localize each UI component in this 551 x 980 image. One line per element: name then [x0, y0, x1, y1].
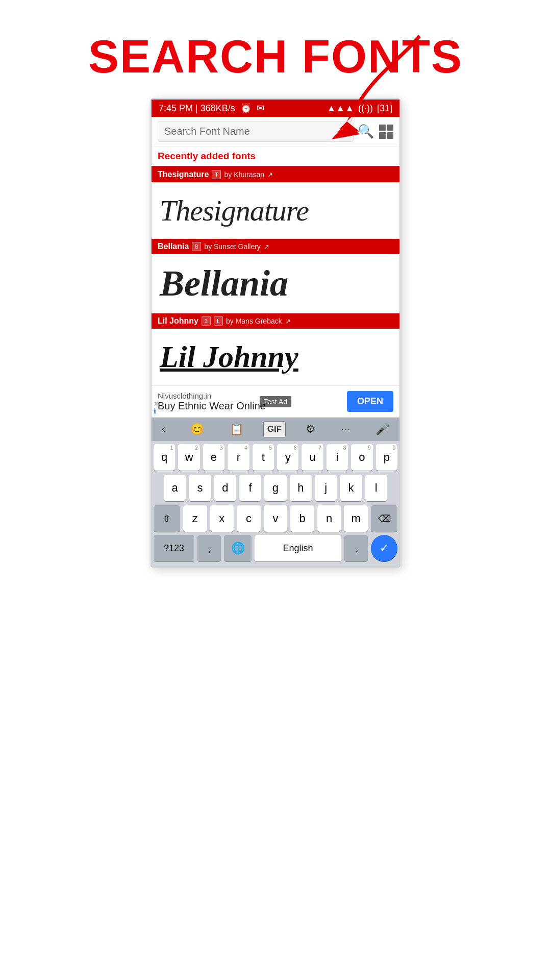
- keyboard-row-3: ⇧ z x c v b n m ⌫: [154, 505, 397, 532]
- font-item-bellania: Bellania B by Sunset Gallery ↗ Bellania: [152, 239, 399, 313]
- ad-open-button[interactable]: OPEN: [347, 391, 393, 412]
- key-q[interactable]: 1q: [154, 444, 175, 471]
- status-bar-right: ▲▲▲ ((·)) [31]: [327, 103, 393, 114]
- font-by-bellania: by Sunset Gallery: [204, 242, 261, 251]
- page-title: SEARCH FONTS: [0, 31, 551, 83]
- keyboard-rows: 1q 2w 3e 4r 5t 6y 7u 8i 9o 0p a s: [152, 441, 399, 533]
- font-label-liljohnny[interactable]: Lil Johnny 3 L by Mans Greback ↗: [152, 313, 399, 329]
- ad-test-label: Test Ad: [260, 396, 291, 407]
- ad-info-icon[interactable]: ℹ: [154, 407, 156, 415]
- keyboard-emoji-button[interactable]: 😊: [185, 421, 209, 438]
- keyboard-back-button[interactable]: ‹: [157, 421, 170, 438]
- key-b[interactable]: b: [290, 505, 314, 532]
- wifi-icon: ((·)): [358, 103, 373, 114]
- key-g[interactable]: g: [264, 475, 286, 501]
- key-u[interactable]: 7u: [302, 444, 323, 471]
- key-y[interactable]: 6y: [277, 444, 298, 471]
- font-badge-3a: 3: [202, 316, 211, 326]
- font-by-liljohnny: by Mans Greback: [226, 317, 282, 325]
- font-by-thesignature: by Khurasan: [224, 170, 264, 179]
- key-f[interactable]: f: [239, 475, 261, 501]
- font-item-thesignature: Thesignature T by Khurasan ↗ Thesignatur…: [152, 167, 399, 239]
- font-badge-3b: L: [214, 316, 223, 326]
- external-link-icon-2[interactable]: ↗: [264, 243, 269, 251]
- key-space[interactable]: English: [255, 535, 341, 561]
- font-label-bellania[interactable]: Bellania B by Sunset Gallery ↗: [152, 239, 399, 254]
- recently-added-header: Recently added fonts: [152, 146, 399, 167]
- key-e[interactable]: 3e: [203, 444, 224, 471]
- battery-icon: [31]: [377, 103, 392, 114]
- font-preview-text-thesignature: Thesignature: [160, 193, 309, 228]
- keyboard-row-1: 1q 2w 3e 4r 5t 6y 7u 8i 9o 0p: [154, 444, 397, 471]
- external-link-icon-3[interactable]: ↗: [285, 317, 291, 325]
- key-z[interactable]: z: [183, 505, 207, 532]
- font-label-thesignature[interactable]: Thesignature T by Khurasan ↗: [152, 167, 399, 182]
- key-a[interactable]: a: [164, 475, 186, 501]
- page-wrapper: SEARCH FONTS 7:45 PM | 368KB/s ⏰ ✉ ▲▲▲ (…: [0, 0, 551, 568]
- font-item-liljohnny: Lil Johnny 3 L by Mans Greback ↗ Lil Joh…: [152, 313, 399, 385]
- keyboard-mic-button[interactable]: 🎤: [370, 421, 394, 438]
- keyboard-toolbar: ‹ 😊 📋 GIF ⚙ ··· 🎤: [152, 418, 399, 441]
- font-badge-2: B: [192, 242, 201, 251]
- font-preview-text-bellania: Bellania: [160, 262, 288, 305]
- ad-text: Buy Ethnic Wear Online: [158, 400, 266, 412]
- grid-view-icon[interactable]: [379, 125, 393, 139]
- key-r[interactable]: 4r: [228, 444, 249, 471]
- key-m[interactable]: m: [344, 505, 368, 532]
- title-area: SEARCH FONTS: [0, 0, 551, 99]
- key-v[interactable]: v: [264, 505, 288, 532]
- key-i[interactable]: 8i: [327, 444, 348, 471]
- key-d[interactable]: d: [214, 475, 236, 501]
- font-badge-1: T: [212, 170, 221, 179]
- font-preview-bellania: Bellania: [152, 254, 399, 313]
- keyboard-row-2: a s d f g h j k l: [154, 475, 397, 501]
- search-actions: 🔍: [358, 124, 393, 139]
- section-title: Recently added fonts: [158, 151, 256, 161]
- key-l[interactable]: l: [365, 475, 387, 501]
- ad-close-icon[interactable]: ✕: [154, 400, 159, 408]
- font-name-thesignature: Thesignature: [158, 170, 209, 179]
- key-t[interactable]: 5t: [253, 444, 274, 471]
- font-preview-thesignature: Thesignature: [152, 182, 399, 238]
- key-k[interactable]: k: [340, 475, 362, 501]
- external-link-icon-1[interactable]: ↗: [267, 171, 273, 179]
- search-icon[interactable]: 🔍: [358, 124, 374, 139]
- key-n[interactable]: n: [317, 505, 341, 532]
- alarm-icon: ⏰: [240, 103, 252, 114]
- font-preview-liljohnny: Lil Johnny: [152, 329, 399, 385]
- key-x[interactable]: x: [210, 505, 234, 532]
- key-backspace[interactable]: ⌫: [371, 505, 397, 532]
- keyboard-settings-button[interactable]: ⚙: [300, 421, 321, 438]
- ad-banner[interactable]: Nivusclothing.in Buy Ethnic Wear Online …: [152, 385, 399, 418]
- keyboard-more-button[interactable]: ···: [336, 421, 355, 438]
- key-period[interactable]: .: [344, 535, 368, 561]
- key-h[interactable]: h: [290, 475, 312, 501]
- key-w[interactable]: 2w: [178, 444, 199, 471]
- keyboard-bottom-row: ?123 , 🌐 English . ✓: [152, 533, 399, 567]
- keyboard-clipboard-button[interactable]: 📋: [224, 421, 248, 438]
- phone-frame: 7:45 PM | 368KB/s ⏰ ✉ ▲▲▲ ((·)) [31] 🔍: [151, 99, 400, 568]
- key-enter[interactable]: ✓: [371, 535, 397, 561]
- ad-info: Nivusclothing.in Buy Ethnic Wear Online: [158, 391, 266, 412]
- phone-wrapper: 7:45 PM | 368KB/s ⏰ ✉ ▲▲▲ ((·)) [31] 🔍: [151, 99, 400, 568]
- key-j[interactable]: j: [315, 475, 337, 501]
- keyboard-gif-button[interactable]: GIF: [263, 421, 286, 437]
- key-globe[interactable]: 🌐: [224, 535, 252, 561]
- font-preview-text-liljohnny: Lil Johnny: [160, 339, 298, 375]
- whatsapp-icon: ✉: [257, 103, 264, 114]
- key-num[interactable]: ?123: [154, 535, 194, 561]
- search-bar[interactable]: 🔍: [152, 117, 399, 146]
- time-display: 7:45 PM | 368KB/s: [159, 103, 235, 114]
- key-comma[interactable]: ,: [197, 535, 221, 561]
- status-bar: 7:45 PM | 368KB/s ⏰ ✉ ▲▲▲ ((·)) [31]: [152, 100, 399, 117]
- keyboard: ‹ 😊 📋 GIF ⚙ ··· 🎤 1q 2w 3e 4r 5t: [152, 418, 399, 567]
- key-shift[interactable]: ⇧: [154, 505, 180, 532]
- signal-icon: ▲▲▲: [327, 103, 354, 114]
- key-o[interactable]: 9o: [351, 444, 372, 471]
- key-p[interactable]: 0p: [376, 444, 397, 471]
- font-name-liljohnny: Lil Johnny: [158, 316, 198, 326]
- font-name-bellania: Bellania: [158, 242, 189, 251]
- search-input[interactable]: [158, 121, 354, 142]
- key-c[interactable]: c: [237, 505, 261, 532]
- key-s[interactable]: s: [189, 475, 211, 501]
